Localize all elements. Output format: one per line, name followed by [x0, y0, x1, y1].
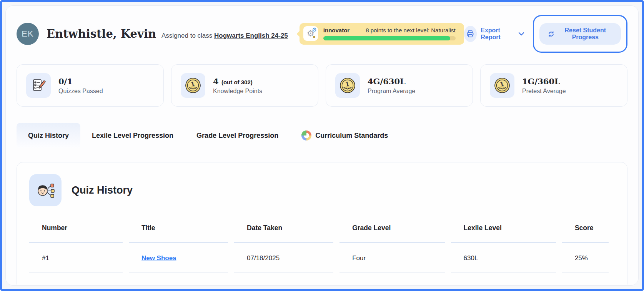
stat-label: Pretest Average: [522, 88, 566, 95]
table-row: #1 New Shoes 07/18/2025 Four 630L 25%: [29, 243, 615, 273]
app-frame: EK Entwhistle, Kevin Assigned to class H…: [0, 0, 644, 291]
lexile-level-cell: 630L: [451, 243, 562, 273]
tab-label: Quiz History: [28, 132, 69, 140]
column-header-date-taken: Date Taken: [234, 218, 339, 243]
quiz-number-cell: #1: [29, 243, 129, 273]
tab-grade-level-progression[interactable]: Grade Level Progression: [185, 123, 290, 148]
chevron-down-icon: [518, 32, 524, 36]
quiz-history-panel: Quiz History Number Title Date Taken Gra…: [17, 162, 627, 286]
knowledge-coin-icon: 1: [181, 73, 205, 98]
level-badge: ⚙ ⚙ Innovator 8 points to the next level…: [300, 23, 464, 45]
gears-icon: ⚙ ⚙: [303, 26, 318, 41]
knowledge-coin-icon: 1: [490, 73, 514, 98]
column-header-number: Number: [29, 218, 129, 243]
stats-row: 0/1 Quizzes Passed 1 4 (out of 302): [17, 64, 627, 107]
tab-label: Lexile Level Progression: [92, 132, 173, 140]
assigned-class-text: Assigned to class Hogwarts English 24-25: [161, 32, 288, 40]
tab-label: Curriculum Standards: [315, 132, 388, 140]
score-cell: 25%: [562, 243, 615, 273]
quiz-history-table: Number Title Date Taken Grade Level Lexi…: [29, 218, 615, 273]
reset-button-label: Reset Student Progress: [558, 27, 612, 41]
quiz-title-link[interactable]: New Shoes: [141, 254, 176, 262]
refresh-icon: [548, 31, 554, 37]
stat-label: Program Average: [368, 88, 415, 95]
reset-student-progress-button[interactable]: Reset Student Progress: [539, 23, 621, 45]
student-name-block: Entwhistle, Kevin Assigned to class Hogw…: [47, 27, 288, 40]
grade-level-cell: Four: [339, 243, 451, 273]
stat-value: 4G/630L: [368, 77, 415, 86]
quiz-history-header: Quiz History: [29, 174, 615, 206]
student-header: EK Entwhistle, Kevin Assigned to class H…: [17, 15, 627, 53]
stat-value: 1G/360L: [522, 77, 566, 86]
student-mindmap-icon: [29, 174, 62, 206]
class-link[interactable]: Hogwarts English 24-25: [214, 32, 288, 39]
level-progress-block: Innovator 8 points to the next level: Na…: [323, 27, 456, 40]
table-header-row: Number Title Date Taken Grade Level Lexi…: [29, 218, 615, 243]
level-progress-bar: [323, 36, 456, 40]
quiz-checklist-icon: [26, 73, 51, 98]
stat-value: 0/1: [58, 77, 73, 86]
assigned-prefix: Assigned to class: [161, 32, 212, 39]
stat-card-pretest-average: 1 1G/360L Pretest Average: [480, 64, 627, 107]
level-name: Innovator: [323, 27, 349, 33]
column-header-title: Title: [129, 218, 234, 243]
column-header-lexile-level: Lexile Level: [451, 218, 562, 243]
stat-card-program-average: 1 4G/630L Program Average: [326, 64, 473, 107]
tab-quiz-history[interactable]: Quiz History: [17, 123, 80, 148]
column-header-score: Score: [562, 218, 615, 243]
export-report-label: Export Report: [481, 27, 513, 41]
section-title: Quiz History: [72, 184, 133, 196]
export-report-button[interactable]: Export Report: [464, 26, 524, 42]
report-tabs: Quiz History Lexile Level Progression Gr…: [17, 123, 627, 148]
quiz-title-cell: New Shoes: [129, 243, 234, 273]
header-actions: Export Report: [464, 15, 627, 53]
tab-lexile-level-progression[interactable]: Lexile Level Progression: [80, 123, 185, 148]
stat-card-quizzes-passed: 0/1 Quizzes Passed: [17, 64, 164, 107]
page-title: Entwhistle, Kevin: [47, 27, 156, 40]
badge-tail: [296, 31, 303, 37]
stat-label: Knowledge Points: [213, 88, 262, 95]
stat-card-knowledge-points: 1 4 (out of 302) Knowledge Points: [171, 64, 318, 107]
printer-icon: [464, 26, 477, 42]
student-report-page: EK Entwhistle, Kevin Assigned to class H…: [5, 5, 639, 286]
level-progress-fill: [323, 36, 450, 40]
avatar: EK: [17, 23, 39, 45]
tab-label: Grade Level Progression: [196, 132, 278, 140]
reset-button-focus-ring: Reset Student Progress: [533, 15, 627, 53]
knowledge-coin-icon: 1: [335, 73, 360, 98]
next-level-text: 8 points to the next level: Naturalist: [366, 27, 455, 33]
stat-label: Quizzes Passed: [58, 88, 103, 95]
tab-curriculum-standards[interactable]: Curriculum Standards: [290, 123, 399, 148]
stat-value: 4: [213, 77, 219, 86]
pie-chart-icon: [301, 130, 311, 140]
date-taken-cell: 07/18/2025: [234, 243, 339, 273]
stat-suffix: (out of 302): [221, 79, 253, 85]
column-header-grade-level: Grade Level: [339, 218, 451, 243]
